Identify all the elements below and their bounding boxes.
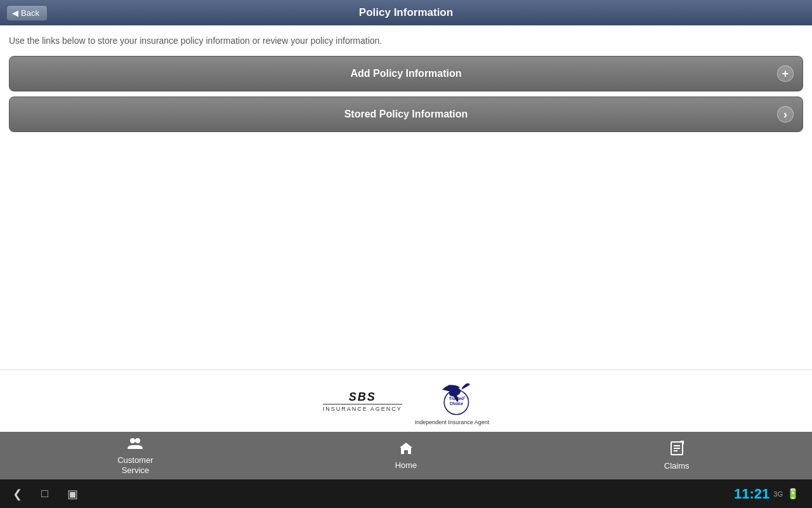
sbs-subtitle: INSURANCE AGENCY [323,404,402,412]
home-nav-button[interactable]: □ [41,487,48,501]
system-nav: ❮ □ ▣ [13,487,78,501]
stored-policy-button[interactable]: Stored Policy Information › [9,97,803,132]
nav-customer-service[interactable]: CustomerService [0,436,271,475]
back-label: Back [21,8,39,18]
claims-icon [670,441,684,458]
trusted-choice-emblem: Trusted Choice ® [427,377,478,418]
add-policy-button[interactable]: Add Policy Information + [9,56,803,91]
battery-icon: 🔋 [787,488,799,500]
branding-section: SBS INSURANCE AGENCY Trusted Choice [0,370,812,432]
customer-service-icon [126,436,144,453]
svg-text:®: ® [463,396,466,399]
arrow-right-icon: › [777,106,794,123]
claims-label: Claims [664,461,690,471]
stored-policy-label: Stored Policy Information [344,109,468,120]
header-bar: ◀ Back Policy Information [0,0,812,25]
nav-home[interactable]: Home [271,441,542,470]
sbs-name: SBS [349,391,376,404]
home-icon [398,441,414,458]
description-text: Use the links below to store your insura… [9,36,803,46]
system-status: 11:21 3G 🔋 [734,486,799,502]
home-label: Home [395,460,417,470]
page-title: Policy Information [359,6,453,19]
add-icon: + [777,65,794,82]
back-nav-button[interactable]: ❮ [13,487,22,501]
svg-text:Trusted: Trusted [449,396,463,401]
back-chevron-icon: ◀ [12,8,18,18]
recents-nav-button[interactable]: ▣ [67,487,78,501]
svg-point-1 [447,385,453,391]
main-content: Use the links below to store your insura… [0,25,812,370]
svg-text:Choice: Choice [449,401,463,406]
add-policy-label: Add Policy Information [350,68,461,79]
back-button[interactable]: ◀ Back [6,5,48,21]
sbs-logo: SBS INSURANCE AGENCY [323,391,402,412]
system-clock: 11:21 [734,486,769,502]
svg-point-6 [130,438,135,443]
system-bar: ❮ □ ▣ 11:21 3G 🔋 [0,479,812,508]
customer-service-label: CustomerService [117,455,153,475]
signal-badge: 3G [773,490,783,498]
trusted-choice-sub: Independent Insurance Agent [415,419,490,425]
bottom-nav: CustomerService Home Claims [0,432,812,479]
svg-point-7 [135,438,140,443]
nav-claims[interactable]: Claims [541,441,812,471]
trusted-choice-logo: Trusted Choice ® Independent Insurance A… [415,377,490,425]
